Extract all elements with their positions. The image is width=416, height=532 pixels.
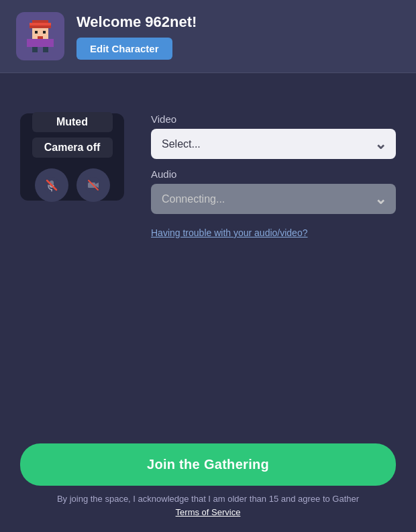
svg-rect-11 — [43, 47, 48, 52]
svg-rect-4 — [35, 31, 38, 34]
audio-select-wrapper: Connecting... ⌄ — [151, 184, 396, 214]
edit-character-button[interactable]: Edit Character — [76, 38, 172, 60]
camera-preview: Muted Camera off — [20, 113, 124, 201]
video-control-group: Video Select... ⌄ — [151, 113, 396, 159]
video-label: Video — [151, 113, 396, 125]
main-content: Muted Camera off — [0, 73, 416, 252]
svg-rect-0 — [32, 20, 48, 23]
svg-rect-7 — [32, 39, 48, 47]
header: Welcome 962net! Edit Character — [0, 0, 416, 73]
camera-off-button[interactable] — [76, 168, 110, 202]
controls-section: Video Select... ⌄ Audio Connecting... ⌄ — [151, 113, 396, 238]
icon-buttons — [35, 168, 110, 202]
svg-rect-2 — [30, 25, 51, 28]
svg-rect-6 — [38, 36, 43, 39]
trouble-link[interactable]: Having trouble with your audio/video? — [151, 227, 396, 238]
terms-of-service-link[interactable]: Terms of Service — [176, 507, 241, 517]
avatar-pixel-art — [21, 17, 59, 55]
mute-button[interactable] — [35, 168, 68, 202]
video-select-wrapper: Select... ⌄ — [151, 129, 396, 159]
svg-rect-8 — [27, 39, 32, 47]
avatar — [16, 12, 64, 60]
camera-off-label: Camera off — [32, 138, 113, 158]
audio-select[interactable]: Connecting... — [151, 184, 396, 214]
terms-text: By joing the space, I acknowledge that I… — [57, 492, 359, 519]
camera-off-icon — [85, 177, 101, 193]
svg-rect-5 — [43, 31, 46, 34]
header-right: Welcome 962net! Edit Character — [76, 13, 197, 60]
mic-off-icon — [44, 177, 60, 193]
muted-label: Muted — [32, 112, 113, 132]
svg-rect-9 — [48, 39, 54, 47]
svg-rect-1 — [30, 23, 51, 25]
bottom-section: Join the Gathering By joing the space, I… — [0, 443, 416, 519]
audio-label: Audio — [151, 168, 396, 180]
svg-rect-10 — [32, 47, 38, 52]
terms-prefix: By joing the space, I acknowledge that I… — [57, 494, 359, 504]
join-gathering-button[interactable]: Join the Gathering — [20, 443, 396, 486]
video-select[interactable]: Select... — [151, 129, 396, 159]
audio-control-group: Audio Connecting... ⌄ — [151, 168, 396, 214]
preview-section: Muted Camera off — [20, 113, 396, 238]
welcome-text: Welcome 962net! — [76, 13, 197, 31]
